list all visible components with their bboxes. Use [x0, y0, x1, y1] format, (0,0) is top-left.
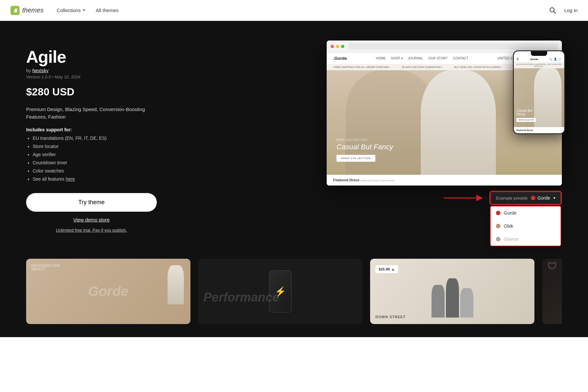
- preview-card-content: ⚡ Performance: [198, 259, 363, 324]
- preset-selected-name: Gorde: [537, 195, 550, 201]
- all-themes-label: All themes: [96, 8, 119, 13]
- bottom-preview-section: DESIGNED FORIMPACT Gorde ⚡ Performance: [0, 252, 588, 337]
- browser-url-bar: [349, 43, 558, 50]
- mobile-search-icon: 🔍: [549, 58, 552, 61]
- preview-card-partial: D: [542, 259, 562, 324]
- mobile-mockup: ☰ .Gorde 🔍 👤 🛒 30 DAYS RETURN GUARANTEE …: [513, 50, 565, 134]
- collections-chevron-icon: [83, 9, 85, 11]
- list-item: Countdown timer: [33, 159, 157, 166]
- mobile-nav-icons: 🔍 👤 🛒: [549, 58, 562, 61]
- features-link[interactable]: here: [66, 176, 75, 182]
- preset-selected-dot: [531, 196, 535, 200]
- list-item: Store locator: [33, 143, 157, 150]
- mobile-notch: [531, 51, 547, 56]
- preset-dropdown-container: Example presets Gorde ▾ Gorde Obi: [489, 191, 562, 205]
- search-button[interactable]: [548, 6, 558, 15]
- browser-dot-yellow: [336, 45, 339, 48]
- partial-card-text: D: [542, 259, 561, 272]
- collections-label: Collections: [57, 8, 81, 13]
- hero-left-panel: Agile by Nextsky Version 1.0.0 • May 10,…: [26, 41, 157, 233]
- nav-link: OUR STORY: [428, 57, 448, 60]
- mobile-hero-text: Casual ButFancy SHOP COLLECTION: [516, 109, 536, 122]
- theme-price: $280 USD: [26, 86, 157, 98]
- preset-dropdown-trigger[interactable]: Example presets Gorde ▾: [490, 191, 561, 204]
- header-actions: Log in: [548, 6, 578, 15]
- mobile-banner-text: 30 DAYS RETURN GUARANTEE • BUY NOW, PAY …: [516, 63, 562, 67]
- theme-version: Version 1.0.0 • May 10, 2024: [26, 74, 157, 79]
- shop-collection-button: SHOP COLLECTION: [336, 155, 375, 162]
- preset-dropdown-label: Example presets: [496, 196, 528, 201]
- preset-item-gorde[interactable]: Gorde: [491, 206, 561, 220]
- features-title: Includes support for:: [26, 127, 157, 132]
- store-nav-links: HOME SHOP ▾ JOURNAL OUR STORY CONTACT: [376, 57, 468, 60]
- banner-item: FREE SHIPPING FOR ALL ORDER OVER $90 •: [334, 66, 390, 69]
- preset-item-dot: [496, 224, 500, 228]
- store-logo: .Gorde: [333, 56, 347, 61]
- preset-item-name: Glamor: [504, 237, 519, 242]
- figure-1: [432, 285, 445, 318]
- view-demo-link[interactable]: View demo store: [26, 217, 157, 222]
- arrow-container: [444, 193, 483, 203]
- preview-card-content: DOWN STREET $25.9K ▲: [370, 259, 534, 324]
- banner-item: 30 DAYS RETURN GUARANTEE •: [402, 66, 443, 69]
- store-hero-title: Casual But Fancy: [336, 143, 393, 151]
- mobile-nav: ☰ .Gorde 🔍 👤 🛒: [514, 57, 564, 62]
- figure-2: [446, 278, 459, 318]
- card-bg-text: Gorde: [88, 284, 128, 299]
- nav-link: JOURNAL: [408, 57, 423, 60]
- partial-card-content: D: [542, 259, 562, 324]
- card-perf-text: Performance: [204, 290, 279, 304]
- shopify-logo-icon: [10, 6, 20, 15]
- collections-nav-item[interactable]: Collections: [57, 8, 85, 13]
- mobile-hero-image: Casual ButFancy SHOP COLLECTION: [514, 68, 564, 127]
- mobile-promo-banner: 30 DAYS RETURN GUARANTEE • BUY NOW, PAY …: [514, 62, 564, 68]
- all-themes-nav-item[interactable]: All themes: [96, 8, 119, 13]
- preset-item-dot: [496, 211, 500, 215]
- mobile-featured-label: Featured Dress: [514, 127, 564, 133]
- mobile-account-icon: 👤: [554, 58, 557, 61]
- preview-card-gorde[interactable]: DESIGNED FORIMPACT Gorde: [26, 259, 190, 324]
- theme-title: Agile: [26, 47, 157, 67]
- preset-dropdown-menu: Gorde Obik Glamor: [490, 206, 561, 246]
- trial-suffix: . Pay if you publish.: [90, 228, 127, 233]
- mobile-store-logo: .Gorde: [530, 58, 538, 61]
- figure-3: [460, 288, 473, 318]
- header: themes Collections All themes Log in: [0, 0, 588, 21]
- preset-item-obik[interactable]: Obik: [491, 220, 561, 233]
- theme-description: Premium Design, Blazing Speed, Conversio…: [26, 106, 157, 121]
- logo-link[interactable]: themes: [10, 6, 44, 15]
- list-item: Age verifier: [33, 151, 157, 158]
- logo-text: themes: [22, 7, 44, 14]
- preview-cards: DESIGNED FORIMPACT Gorde ⚡ Performance: [26, 259, 562, 324]
- preview-card-content: DESIGNED FORIMPACT Gorde: [26, 259, 190, 324]
- preview-card-downstreet[interactable]: DOWN STREET $25.9K ▲: [370, 259, 534, 324]
- hero-section: Agile by Nextsky Version 1.0.0 • May 10,…: [0, 21, 588, 252]
- nav-link: SHOP ▾: [391, 57, 403, 60]
- features-list: EU translations (EN, FR, IT, DE, ES) Sto…: [26, 135, 157, 183]
- chevron-down-icon: ▾: [553, 196, 555, 200]
- banner-item: BUY NOW, PAY LATER WITH KLARNA •: [454, 66, 502, 69]
- preview-card-performance[interactable]: ⚡ Performance: [198, 259, 363, 324]
- card-label: DESIGNED FORIMPACT: [31, 264, 60, 271]
- nav-link: HOME: [376, 57, 386, 60]
- mobile-cart-icon: 🛒: [558, 58, 562, 61]
- preset-row: Example presets Gorde ▾ Gorde Obi: [176, 191, 562, 205]
- author-link[interactable]: Nextsky: [32, 68, 49, 73]
- preset-item-name: Gorde: [504, 210, 516, 216]
- try-theme-button[interactable]: Try theme: [26, 193, 157, 212]
- browser-dot-red: [331, 45, 334, 48]
- list-item: Color swatches: [33, 168, 157, 174]
- store-hero-subtitle: NEW COLLECTION: [336, 138, 393, 141]
- preset-item-name: Obik: [504, 223, 513, 229]
- mobile-hero-title: Casual ButFancy: [516, 109, 536, 116]
- price-badge: $25.9K ▲: [375, 265, 398, 273]
- login-button[interactable]: Log in: [564, 8, 578, 13]
- nav-link: CONTACT: [453, 57, 468, 60]
- preset-item-glamor[interactable]: Glamor: [491, 233, 561, 246]
- trial-underline: Unlimited free trial: [56, 228, 90, 233]
- list-item: EU translations (EN, FR, IT, DE, ES): [33, 135, 157, 142]
- hero-right-panel: .Gorde HOME SHOP ▾ JOURNAL OUR STORY CON…: [176, 41, 562, 205]
- preset-item-dot: [496, 237, 500, 241]
- store-hero-text: NEW COLLECTION Casual But Fancy SHOP COL…: [336, 138, 393, 162]
- list-item: See all features here: [33, 176, 157, 183]
